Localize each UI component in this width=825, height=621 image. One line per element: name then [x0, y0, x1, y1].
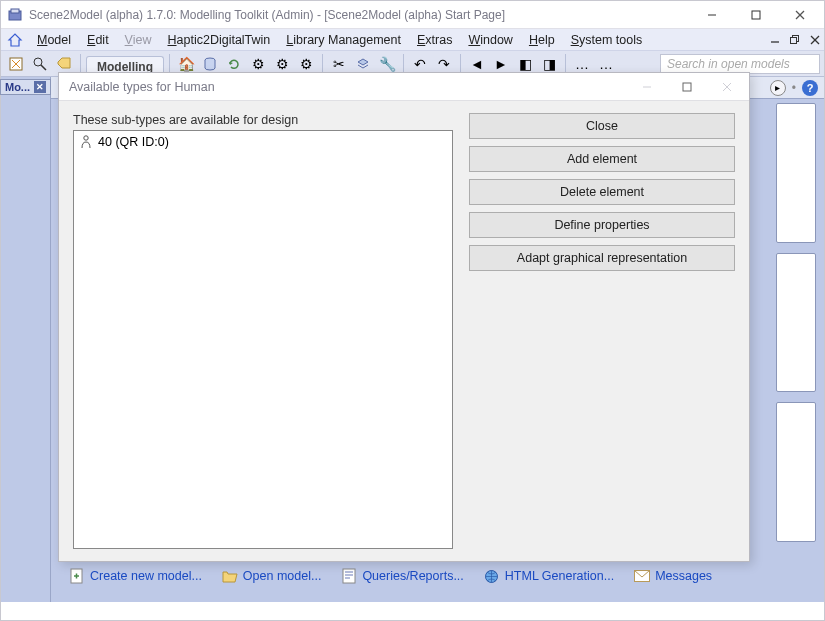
window-controls	[690, 1, 822, 29]
messages-label: Messages	[655, 569, 712, 583]
dialog-left-panel: These sub-types are available for design…	[73, 113, 453, 549]
menu-extras[interactable]: Extras	[409, 31, 460, 49]
search-input[interactable]: Search in open models	[660, 54, 820, 74]
globe-icon	[484, 568, 500, 584]
subtypes-listbox[interactable]: 40 (QR ID:0)	[73, 130, 453, 549]
available-types-dialog: Available types for Human These sub-type…	[58, 72, 750, 562]
app-icon	[7, 7, 23, 23]
close-button[interactable]	[778, 1, 822, 29]
bottom-links: Create new model...Open model...Queries/…	[59, 556, 816, 596]
queries-reports-label: Queries/Reports...	[362, 569, 463, 583]
svg-rect-16	[343, 569, 355, 583]
maximize-button[interactable]	[734, 1, 778, 29]
statusbar	[1, 602, 824, 620]
menu-help[interactable]: Help	[521, 31, 563, 49]
define-properties-button[interactable]: Define properties	[469, 212, 735, 238]
svg-line-13	[41, 65, 46, 70]
svg-rect-8	[791, 37, 797, 43]
human-icon	[79, 135, 93, 149]
dialog-window-controls	[627, 73, 747, 101]
menu-system-tools[interactable]: System tools	[563, 31, 651, 49]
mdi-controls	[764, 32, 824, 48]
queries-reports-link[interactable]: Queries/Reports...	[341, 568, 463, 584]
dialog-buttons-panel: Close Add element Delete element Define …	[469, 113, 735, 549]
menu-haptic2digitaltwin[interactable]: Haptic2DigitalTwin	[160, 31, 279, 49]
content-panels	[776, 103, 816, 542]
close-dialog-button[interactable]: Close	[469, 113, 735, 139]
panel-1	[776, 103, 816, 243]
dialog-title: Available types for Human	[69, 80, 627, 94]
report-icon	[341, 568, 357, 584]
html-generation-label: HTML Generation...	[505, 569, 614, 583]
mail-icon	[634, 568, 650, 584]
html-generation-link[interactable]: HTML Generation...	[484, 568, 614, 584]
toolbar-btn-2[interactable]	[29, 53, 51, 75]
svg-rect-3	[752, 11, 760, 19]
home-icon[interactable]	[5, 30, 25, 50]
menu-library-management[interactable]: Library Management	[278, 31, 409, 49]
nav-circle-button[interactable]: ▸	[770, 80, 786, 96]
menu-edit[interactable]: Edit	[79, 31, 117, 49]
mdi-restore-button[interactable]	[786, 32, 804, 48]
sidebar-tab-label: Mo...	[5, 81, 30, 93]
add-element-button[interactable]: Add element	[469, 146, 735, 172]
create-new-model-link[interactable]: Create new model...	[69, 568, 202, 584]
menubar: ModelEditViewHaptic2DigitalTwinLibrary M…	[1, 29, 824, 51]
dialog-label: These sub-types are available for design	[73, 113, 453, 127]
sidebar-tab-close-icon[interactable]: ✕	[34, 81, 46, 93]
svg-rect-1	[11, 9, 19, 13]
mdi-close-button[interactable]	[806, 32, 824, 48]
minimize-button[interactable]	[690, 1, 734, 29]
create-new-model-label: Create new model...	[90, 569, 202, 583]
svg-point-12	[34, 58, 42, 66]
toolbar-btn-1[interactable]	[5, 53, 27, 75]
window-title: Scene2Model (alpha) 1.7.0: Modelling Too…	[29, 8, 690, 22]
svg-point-26	[84, 136, 88, 140]
dialog-close-button	[707, 73, 747, 101]
dialog-minimize-button	[627, 73, 667, 101]
panel-2	[776, 253, 816, 393]
folder-open-icon	[222, 568, 238, 584]
dialog-titlebar: Available types for Human	[59, 73, 749, 101]
list-item[interactable]: 40 (QR ID:0)	[77, 134, 449, 150]
help-button[interactable]: ?	[802, 80, 818, 96]
adapt-graphical-button[interactable]: Adapt graphical representation	[469, 245, 735, 271]
panel-3	[776, 402, 816, 542]
delete-element-button[interactable]: Delete element	[469, 179, 735, 205]
file-plus-icon	[69, 568, 85, 584]
sidebar-tab[interactable]: Mo... ✕	[0, 79, 51, 95]
dialog-body: These sub-types are available for design…	[59, 101, 749, 561]
menu-window[interactable]: Window	[460, 31, 520, 49]
messages-link[interactable]: Messages	[634, 568, 712, 584]
open-model-label: Open model...	[243, 569, 322, 583]
titlebar: Scene2Model (alpha) 1.7.0: Modelling Too…	[1, 1, 824, 29]
mdi-minimize-button[interactable]	[766, 32, 784, 48]
menu-model[interactable]: Model	[29, 31, 79, 49]
dialog-maximize-button[interactable]	[667, 73, 707, 101]
open-model-link[interactable]: Open model...	[222, 568, 322, 584]
list-item-label: 40 (QR ID:0)	[98, 135, 169, 149]
left-sidebar: Mo... ✕	[1, 77, 51, 602]
menu-view: View	[117, 31, 160, 49]
svg-rect-23	[683, 83, 691, 91]
topbar-sep: •	[792, 81, 796, 95]
